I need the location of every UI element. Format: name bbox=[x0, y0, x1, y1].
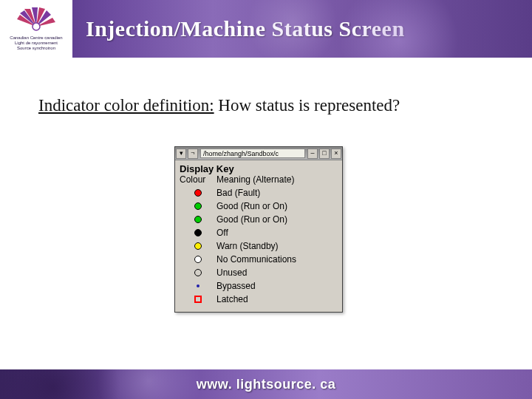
window-heading: Display Key bbox=[180, 162, 338, 174]
key-indicator-icon bbox=[180, 189, 216, 197]
key-indicator-icon bbox=[180, 296, 216, 303]
key-indicator-icon bbox=[180, 216, 216, 223]
key-label: Warn (Standby) bbox=[216, 241, 279, 251]
subtitle-rest: How status is represented? bbox=[214, 96, 400, 115]
key-row: Latched bbox=[180, 293, 338, 306]
window-body: Display Key Colour Meaning (Alternate) B… bbox=[175, 160, 342, 312]
key-indicator-icon bbox=[180, 202, 216, 210]
key-row: Bad (Fault) bbox=[180, 186, 338, 200]
key-label: Bypassed bbox=[216, 281, 256, 291]
footer-url: www. lightsource. ca bbox=[197, 377, 335, 392]
key-indicator-icon bbox=[180, 269, 216, 276]
key-row: Off bbox=[180, 226, 338, 239]
key-label: Good (Run or On) bbox=[216, 214, 287, 225]
window-menu-button[interactable]: ▾ bbox=[176, 149, 186, 159]
key-row: Good (Run or On) bbox=[180, 213, 338, 226]
subtitle-underlined: Indicator color definition: bbox=[38, 96, 214, 115]
key-row: Good (Run or On) bbox=[180, 200, 338, 213]
key-indicator-icon bbox=[180, 229, 216, 236]
close-button[interactable]: × bbox=[331, 149, 341, 159]
column-headers: Colour Meaning (Alternate) bbox=[180, 174, 338, 186]
subtitle: Indicator color definition: How status i… bbox=[38, 96, 532, 115]
svg-point-0 bbox=[33, 23, 40, 30]
key-label: No Communications bbox=[216, 254, 296, 265]
page-title: Injection/Machine Status Screen bbox=[86, 16, 405, 41]
window-titlebar[interactable]: ▾ ¬ /home/zhangh/Sandbox/c – □ × bbox=[175, 147, 342, 160]
key-label: Unused bbox=[216, 267, 247, 278]
minimize-button[interactable]: – bbox=[307, 149, 318, 159]
key-row: No Communications bbox=[180, 253, 338, 266]
logo-burst-icon bbox=[17, 7, 55, 34]
key-label: Latched bbox=[216, 294, 248, 304]
key-label: Bad (Fault) bbox=[216, 188, 260, 198]
window-path: /home/zhangh/Sandbox/c bbox=[200, 149, 305, 158]
logo-text: Canadian Centre canadien Light de rayonn… bbox=[10, 35, 62, 51]
key-indicator-icon bbox=[180, 284, 216, 287]
key-indicator-icon bbox=[180, 242, 216, 250]
key-label: Good (Run or On) bbox=[216, 201, 287, 211]
header-band: Canadian Centre canadien Light de rayonn… bbox=[0, 0, 532, 58]
key-row: Bypassed bbox=[180, 279, 338, 293]
footer-band: www. lightsource. ca bbox=[0, 369, 532, 399]
column-meaning: Meaning (Alternate) bbox=[216, 174, 294, 185]
key-indicator-icon bbox=[180, 256, 216, 263]
display-key-window: ▾ ¬ /home/zhangh/Sandbox/c – □ × Display… bbox=[174, 146, 343, 313]
window-pin-button[interactable]: ¬ bbox=[188, 149, 198, 159]
maximize-button[interactable]: □ bbox=[319, 149, 330, 159]
org-logo: Canadian Centre canadien Light de rayonn… bbox=[0, 0, 72, 58]
key-row: Warn (Standby) bbox=[180, 239, 338, 253]
key-row: Unused bbox=[180, 266, 338, 279]
column-colour: Colour bbox=[180, 174, 216, 185]
key-label: Off bbox=[216, 228, 228, 238]
